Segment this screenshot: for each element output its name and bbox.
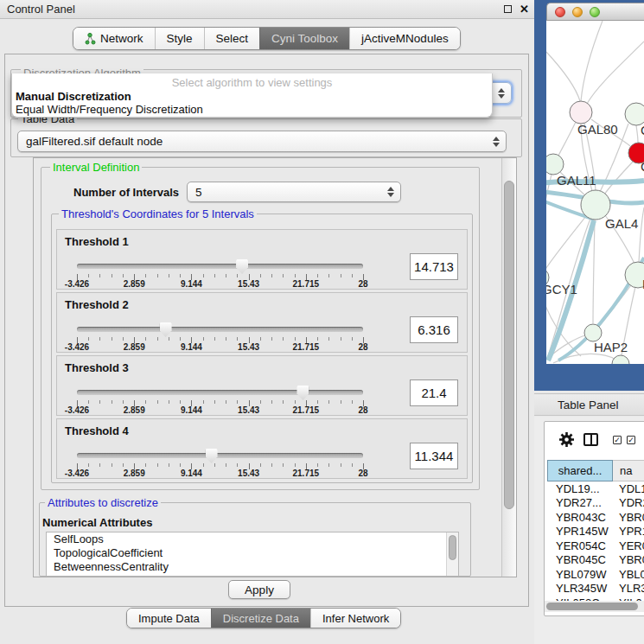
network-edge[interactable] bbox=[546, 175, 552, 268]
network-canvas[interactable]: GAL80GACGAL11GAL4GCY1HHAP2 bbox=[546, 21, 644, 364]
tick-label: 15.43 bbox=[238, 469, 259, 478]
table-cell-name[interactable]: YBR0 bbox=[613, 511, 644, 524]
tab-infer-network[interactable]: Infer Network bbox=[310, 609, 400, 628]
tick-mark bbox=[203, 337, 204, 341]
table-hscrollbar[interactable] bbox=[545, 601, 644, 612]
scrollbar-thumb[interactable] bbox=[504, 181, 514, 509]
table-cell-shared-name[interactable]: YDL19... bbox=[547, 482, 613, 495]
threshold-value-field[interactable]: 11.344 bbox=[410, 443, 458, 469]
table-cell-name[interactable]: YPR1 bbox=[613, 525, 644, 538]
table-cell-shared-name[interactable]: YLR345W bbox=[547, 582, 613, 595]
slider-track[interactable] bbox=[77, 264, 363, 269]
tick-mark bbox=[226, 274, 226, 277]
table-row[interactable]: YER054CYER0 bbox=[547, 539, 644, 553]
table-row[interactable]: YLR345WYLR3 bbox=[547, 582, 644, 596]
tick-mark bbox=[352, 463, 353, 467]
table-cell-shared-name[interactable]: YBL079W bbox=[547, 568, 613, 581]
network-edge[interactable] bbox=[593, 220, 595, 323]
slider-thumb[interactable] bbox=[206, 449, 218, 463]
slider-thumb[interactable] bbox=[236, 259, 248, 274]
table-row[interactable]: YDR27...YDR2 bbox=[547, 496, 644, 511]
table-cell-shared-name[interactable]: YBR045C bbox=[547, 553, 613, 566]
slider-track[interactable] bbox=[77, 453, 363, 458]
table-cell-name[interactable]: YER0 bbox=[613, 539, 644, 552]
table-row[interactable]: YBL079WYBL0 bbox=[547, 567, 644, 582]
dropdown-option-manual[interactable]: Manual Discretization bbox=[16, 90, 131, 103]
table-header-shared[interactable]: shared... bbox=[547, 460, 613, 481]
node-table: ✓ ✓ shared... na YDL19...YDL1YDR27...YDR… bbox=[544, 421, 644, 616]
table-cell-name[interactable]: YLR3 bbox=[613, 582, 644, 595]
network-edge[interactable] bbox=[587, 41, 644, 104]
table-cell-shared-name[interactable]: YBR043C bbox=[547, 511, 613, 524]
apply-button[interactable]: Apply bbox=[228, 580, 290, 599]
settings-scrollbar[interactable] bbox=[501, 158, 516, 577]
attribute-list-item[interactable]: SelfLoops bbox=[47, 532, 458, 546]
table-cell-shared-name[interactable]: YPR145W bbox=[547, 525, 613, 538]
network-node-gal4[interactable] bbox=[581, 190, 610, 220]
tab-impute-data[interactable]: Impute Data bbox=[127, 609, 211, 628]
scrollbar-thumb[interactable] bbox=[449, 535, 456, 560]
tab-select[interactable]: Select bbox=[204, 28, 260, 49]
combo-arrows-icon[interactable] bbox=[387, 187, 393, 197]
network-edge[interactable] bbox=[639, 207, 644, 263]
table-row[interactable]: YBR045CYBR0 bbox=[547, 553, 644, 568]
tick-label: -3.426 bbox=[65, 342, 89, 352]
network-edge[interactable] bbox=[546, 52, 580, 101]
combo-arrows-icon[interactable] bbox=[498, 88, 504, 99]
table-cell-name[interactable]: YDL1 bbox=[613, 482, 644, 495]
network-edge[interactable] bbox=[636, 125, 638, 143]
network-edge[interactable] bbox=[604, 161, 634, 194]
num-intervals-combobox[interactable]: 5 bbox=[187, 182, 401, 202]
float-panel-icon[interactable] bbox=[504, 5, 512, 13]
table-row[interactable]: YPR145WYPR1 bbox=[547, 525, 644, 539]
network-node-hap2[interactable] bbox=[584, 324, 602, 341]
tab-network[interactable]: Network bbox=[73, 28, 155, 49]
tick-label: 9.144 bbox=[181, 405, 202, 415]
tab-cyni-toolbox[interactable]: Cyni Toolbox bbox=[259, 28, 349, 49]
slider-thumb[interactable] bbox=[296, 386, 309, 400]
checkbox-checked-icon[interactable]: ✓ bbox=[627, 436, 635, 444]
checkbox-checked-icon[interactable]: ✓ bbox=[613, 436, 622, 444]
slider-ticks bbox=[77, 463, 363, 470]
table-cell-name[interactable]: YBL0 bbox=[613, 568, 644, 581]
combo-arrows-icon[interactable] bbox=[493, 137, 499, 147]
threshold-value-field[interactable]: 6.316 bbox=[410, 316, 458, 343]
network-edge[interactable] bbox=[581, 21, 603, 101]
threshold-value-field[interactable]: 14.713 bbox=[410, 253, 458, 280]
network-node-gal11[interactable] bbox=[546, 154, 564, 175]
table-cell-name[interactable]: YDR2 bbox=[613, 496, 644, 509]
table-cell-name[interactable]: YBR0 bbox=[613, 553, 644, 566]
table-cell-shared-name[interactable]: YER054C bbox=[547, 539, 613, 552]
network-edge[interactable] bbox=[558, 122, 576, 156]
table-row[interactable]: YDL19...YDL1 bbox=[547, 481, 644, 496]
tab-style[interactable]: Style bbox=[155, 28, 204, 49]
scrollbar-thumb[interactable] bbox=[546, 603, 638, 610]
network-node[interactable] bbox=[612, 355, 629, 364]
slider-track[interactable] bbox=[77, 390, 363, 395]
attribute-list-item[interactable]: BetweennessCentrality bbox=[47, 560, 458, 574]
threshold-value-field[interactable]: 21.4 bbox=[410, 379, 458, 406]
numerical-attributes-list[interactable]: SelfLoopsTopologicalCoefficientBetweenne… bbox=[46, 532, 459, 577]
attributes-scrollbar[interactable] bbox=[446, 532, 458, 576]
tab-discretize-data[interactable]: Discretize Data bbox=[211, 609, 310, 628]
table-data-combobox[interactable]: galFiltered.sif default node bbox=[17, 131, 507, 152]
network-window-titlebar[interactable] bbox=[546, 3, 644, 21]
window-close-icon[interactable] bbox=[555, 7, 565, 17]
tick-mark bbox=[341, 274, 341, 277]
window-minimize-icon[interactable] bbox=[572, 7, 583, 17]
slider-thumb[interactable] bbox=[160, 322, 172, 337]
table-row[interactable]: YBR043CYBR0 bbox=[547, 510, 644, 525]
slider-track[interactable] bbox=[77, 327, 363, 332]
table-header-name[interactable]: na bbox=[613, 460, 644, 481]
split-pane-icon[interactable] bbox=[583, 433, 598, 446]
window-zoom-icon[interactable] bbox=[590, 7, 600, 17]
network-node-gal80[interactable] bbox=[570, 101, 592, 124]
tick-label: 21.715 bbox=[293, 279, 320, 289]
table-cell-shared-name[interactable]: YDR27... bbox=[547, 496, 613, 509]
gear-icon[interactable] bbox=[558, 431, 575, 448]
attribute-list-item[interactable]: TopologicalCoefficient bbox=[47, 546, 458, 560]
dropdown-option-equal-width[interactable]: Equal Width/Frequency Discretization bbox=[16, 103, 203, 116]
close-icon[interactable]: ✕ bbox=[520, 3, 529, 16]
tab-label: Cyni Toolbox bbox=[271, 32, 338, 45]
tab-jactivemnodules[interactable]: jActiveMNodules bbox=[349, 28, 460, 49]
